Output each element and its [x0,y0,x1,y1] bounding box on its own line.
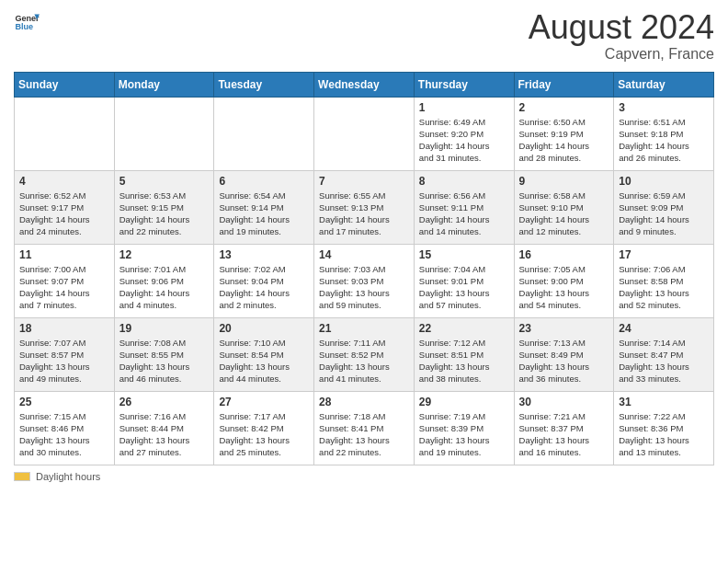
day-info: Sunrise: 6:53 AMSunset: 9:15 PMDaylight:… [119,190,210,238]
calendar-cell: 2Sunrise: 6:50 AMSunset: 9:19 PMDaylight… [514,97,614,170]
day-number: 14 [319,248,409,261]
calendar-cell: 14Sunrise: 7:03 AMSunset: 9:03 PMDayligh… [314,244,415,317]
day-info: Sunrise: 7:15 AMSunset: 8:46 PMDaylight:… [19,410,109,459]
calendar-day-header: Monday [114,72,214,97]
calendar-cell: 26Sunrise: 7:16 AMSunset: 8:44 PMDayligh… [114,391,214,465]
calendar-cell: 27Sunrise: 7:17 AMSunset: 8:42 PMDayligh… [214,391,314,465]
calendar-cell: 24Sunrise: 7:14 AMSunset: 8:47 PMDayligh… [614,317,714,391]
day-info: Sunrise: 7:22 AMSunset: 8:36 PMDaylight:… [619,410,709,459]
calendar-cell: 25Sunrise: 7:15 AMSunset: 8:46 PMDayligh… [15,391,115,465]
day-number: 10 [619,175,709,188]
day-info: Sunrise: 7:10 AMSunset: 8:54 PMDaylight:… [219,337,309,385]
calendar-cell [114,97,214,170]
calendar-day-header: Tuesday [214,72,314,97]
daylight-bar-icon [14,472,30,481]
calendar-cell: 21Sunrise: 7:11 AMSunset: 8:52 PMDayligh… [314,317,415,391]
day-info: Sunrise: 7:03 AMSunset: 9:03 PMDaylight:… [319,263,409,312]
calendar-cell: 1Sunrise: 6:49 AMSunset: 9:20 PMDaylight… [414,97,514,170]
calendar-cell: 6Sunrise: 6:54 AMSunset: 9:14 PMDaylight… [214,170,314,244]
svg-text:Blue: Blue [15,22,33,31]
calendar-cell: 8Sunrise: 6:56 AMSunset: 9:11 PMDaylight… [414,170,514,244]
calendar-cell: 30Sunrise: 7:21 AMSunset: 8:37 PMDayligh… [514,391,614,465]
calendar-week-row: 11Sunrise: 7:00 AMSunset: 9:07 PMDayligh… [15,244,714,317]
calendar-week-row: 18Sunrise: 7:07 AMSunset: 8:57 PMDayligh… [15,317,714,391]
day-number: 21 [319,322,409,335]
day-info: Sunrise: 7:12 AMSunset: 8:51 PMDaylight:… [419,337,509,385]
calendar-week-row: 4Sunrise: 6:52 AMSunset: 9:17 PMDaylight… [15,170,714,244]
day-number: 20 [219,322,309,335]
calendar-day-header: Saturday [614,72,714,97]
day-number: 16 [519,248,609,261]
day-info: Sunrise: 7:14 AMSunset: 8:47 PMDaylight:… [619,337,709,385]
calendar-cell: 17Sunrise: 7:06 AMSunset: 8:58 PMDayligh… [614,244,714,317]
calendar-cell: 20Sunrise: 7:10 AMSunset: 8:54 PMDayligh… [214,317,314,391]
day-info: Sunrise: 6:56 AMSunset: 9:11 PMDaylight:… [419,190,509,238]
day-number: 17 [619,248,709,261]
day-number: 1 [419,101,509,114]
day-info: Sunrise: 7:16 AMSunset: 8:44 PMDaylight:… [119,410,210,459]
day-number: 23 [519,322,609,335]
day-number: 27 [219,396,309,408]
day-info: Sunrise: 7:02 AMSunset: 9:04 PMDaylight:… [219,263,309,312]
day-info: Sunrise: 6:50 AMSunset: 9:19 PMDaylight:… [519,116,609,165]
day-number: 11 [19,248,109,261]
day-number: 15 [419,248,509,261]
calendar-day-header: Friday [514,72,614,97]
calendar-cell: 13Sunrise: 7:02 AMSunset: 9:04 PMDayligh… [214,244,314,317]
calendar-cell [214,97,314,170]
day-number: 6 [219,175,309,188]
day-info: Sunrise: 7:05 AMSunset: 9:00 PMDaylight:… [519,263,609,312]
day-number: 22 [419,322,509,335]
day-info: Sunrise: 6:59 AMSunset: 9:09 PMDaylight:… [619,190,709,238]
day-info: Sunrise: 7:19 AMSunset: 8:39 PMDaylight:… [419,410,509,459]
day-number: 5 [119,175,210,188]
day-info: Sunrise: 6:54 AMSunset: 9:14 PMDaylight:… [219,190,309,238]
calendar-cell: 9Sunrise: 6:58 AMSunset: 9:10 PMDaylight… [514,170,614,244]
day-number: 19 [119,322,210,335]
calendar-week-row: 1Sunrise: 6:49 AMSunset: 9:20 PMDaylight… [15,97,714,170]
calendar-cell: 3Sunrise: 6:51 AMSunset: 9:18 PMDaylight… [614,97,714,170]
calendar-table: SundayMondayTuesdayWednesdayThursdayFrid… [14,72,714,465]
calendar-cell: 19Sunrise: 7:08 AMSunset: 8:55 PMDayligh… [114,317,214,391]
logo-icon: General Blue [14,9,40,35]
calendar-cell: 23Sunrise: 7:13 AMSunset: 8:49 PMDayligh… [514,317,614,391]
day-number: 31 [619,396,709,408]
day-info: Sunrise: 7:01 AMSunset: 9:06 PMDaylight:… [119,263,210,312]
calendar-cell: 4Sunrise: 6:52 AMSunset: 9:17 PMDaylight… [15,170,115,244]
day-number: 28 [319,396,409,408]
calendar-cell: 18Sunrise: 7:07 AMSunset: 8:57 PMDayligh… [15,317,115,391]
calendar-cell: 11Sunrise: 7:00 AMSunset: 9:07 PMDayligh… [15,244,115,317]
day-info: Sunrise: 7:21 AMSunset: 8:37 PMDaylight:… [519,410,609,459]
calendar-cell [314,97,415,170]
day-number: 29 [419,396,509,408]
day-info: Sunrise: 6:51 AMSunset: 9:18 PMDaylight:… [619,116,709,165]
day-info: Sunrise: 6:58 AMSunset: 9:10 PMDaylight:… [519,190,609,238]
day-number: 12 [119,248,210,261]
day-number: 24 [619,322,709,335]
day-info: Sunrise: 6:52 AMSunset: 9:17 PMDaylight:… [19,190,109,238]
day-number: 3 [619,101,709,114]
day-number: 8 [419,175,509,188]
calendar-cell: 16Sunrise: 7:05 AMSunset: 9:00 PMDayligh… [514,244,614,317]
calendar-cell: 12Sunrise: 7:01 AMSunset: 9:06 PMDayligh… [114,244,214,317]
calendar-cell: 10Sunrise: 6:59 AMSunset: 9:09 PMDayligh… [614,170,714,244]
calendar-header-row: SundayMondayTuesdayWednesdayThursdayFrid… [15,72,714,97]
calendar-cell: 22Sunrise: 7:12 AMSunset: 8:51 PMDayligh… [414,317,514,391]
day-info: Sunrise: 7:00 AMSunset: 9:07 PMDaylight:… [19,263,109,312]
day-info: Sunrise: 7:04 AMSunset: 9:01 PMDaylight:… [419,263,509,312]
day-number: 13 [219,248,309,261]
day-info: Sunrise: 7:18 AMSunset: 8:41 PMDaylight:… [319,410,409,459]
month-year-title: August 2024 [529,9,714,46]
calendar-day-header: Thursday [414,72,514,97]
calendar-day-header: Sunday [15,72,115,97]
day-number: 26 [119,396,210,408]
day-info: Sunrise: 6:49 AMSunset: 9:20 PMDaylight:… [419,116,509,165]
day-info: Sunrise: 7:17 AMSunset: 8:42 PMDaylight:… [219,410,309,459]
day-info: Sunrise: 7:06 AMSunset: 8:58 PMDaylight:… [619,263,709,312]
calendar-cell: 15Sunrise: 7:04 AMSunset: 9:01 PMDayligh… [414,244,514,317]
title-area: August 2024 Capvern, France [529,9,714,63]
calendar-day-header: Wednesday [314,72,415,97]
header: General Blue August 2024 Capvern, France [14,9,714,63]
day-number: 18 [19,322,109,335]
calendar-cell: 7Sunrise: 6:55 AMSunset: 9:13 PMDaylight… [314,170,415,244]
